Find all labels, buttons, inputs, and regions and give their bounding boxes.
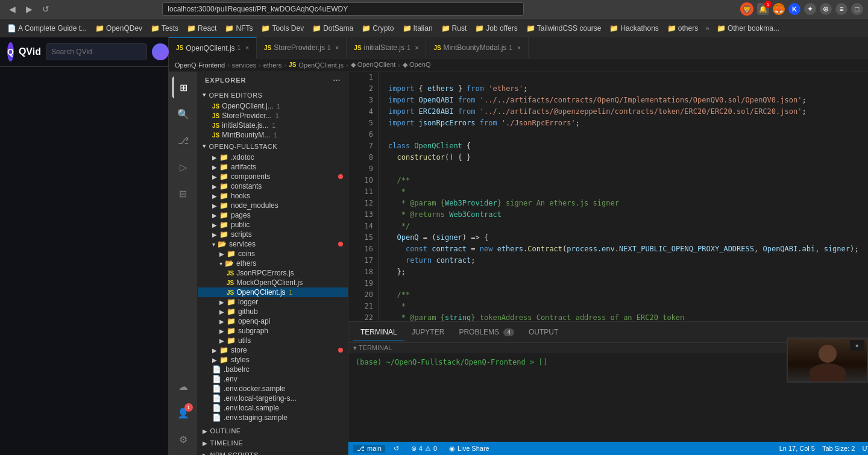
file-icon: 📄 bbox=[212, 384, 221, 393]
code-editor[interactable]: 1234567891011121314151617181920212223242… bbox=[348, 72, 868, 321]
git-icon[interactable]: ⎇ bbox=[172, 130, 194, 151]
project-section[interactable]: ▾ OPENQ-FULLSTACK bbox=[198, 140, 348, 152]
tab-terminal[interactable]: TERMINAL bbox=[353, 324, 404, 340]
bookmark-toolsdev[interactable]: 📁 Tools Dev bbox=[257, 23, 307, 34]
explorer-icon[interactable]: ⊞ bbox=[172, 77, 194, 98]
list-item[interactable]: ▶ 📁 node_modules bbox=[198, 201, 348, 210]
qvid-logo: Q bbox=[7, 42, 14, 61]
tab-close-icon[interactable]: × bbox=[245, 45, 249, 51]
list-item[interactable]: ▶ 📁 store bbox=[198, 345, 348, 355]
bookmark-rust[interactable]: 📁 Rust bbox=[438, 23, 471, 34]
error-count: 4 bbox=[419, 445, 423, 452]
list-item[interactable]: ▶ 📁 coins bbox=[198, 249, 348, 259]
bookmark-react[interactable]: 📁 React bbox=[183, 23, 220, 34]
list-item[interactable]: ▶ 📁 logger bbox=[198, 297, 348, 307]
open-file-item[interactable]: JS initialState.js... 1 bbox=[198, 121, 348, 130]
debug-icon[interactable]: ▷ bbox=[172, 156, 194, 178]
chevron-down-icon: ▾ bbox=[219, 260, 222, 267]
folder-icon: 📂 bbox=[218, 240, 227, 248]
tab-close-icon[interactable]: × bbox=[517, 45, 521, 51]
breadcrumb-ethers: ethers bbox=[263, 61, 282, 69]
tab-problems[interactable]: PROBLEMS 4 bbox=[451, 324, 521, 340]
list-item[interactable]: ▶ 📁 public bbox=[198, 220, 348, 230]
tab-close-icon[interactable]: × bbox=[415, 45, 419, 51]
list-item[interactable]: 📄 .env.docker.sample bbox=[198, 384, 348, 394]
bookmark-other-bookmarks[interactable]: 📁 Other bookma... bbox=[713, 23, 783, 34]
list-item[interactable]: ▶ 📁 constants bbox=[198, 181, 348, 191]
nav-back-button[interactable]: ◀ bbox=[5, 2, 19, 16]
live-share-status[interactable]: ◉ Live Share bbox=[445, 445, 493, 453]
list-item[interactable]: 📄 .env.staging.sample bbox=[198, 413, 348, 422]
accounts-icon[interactable]: 👤 1 bbox=[172, 402, 194, 424]
remote-icon[interactable]: ☁ bbox=[172, 375, 194, 397]
tab-openqclient[interactable]: JS OpenQClient.js 1 × bbox=[169, 37, 257, 58]
tab-size[interactable]: Tab Size: 2 bbox=[819, 445, 858, 452]
folder-icon: 📁 bbox=[219, 172, 228, 181]
bookmark-hackathons[interactable]: 📁 Hackathons bbox=[606, 23, 662, 34]
bookmark-dotsama[interactable]: 📁 DotSama bbox=[309, 23, 357, 34]
bookmark-tailwind[interactable]: 📁 TailwindCSS course bbox=[523, 23, 605, 34]
sync-status[interactable]: ↺ bbox=[390, 445, 403, 453]
list-item[interactable]: 📄 .babelrc bbox=[198, 365, 348, 374]
folder-icon: 📁 bbox=[227, 336, 236, 345]
list-item-active[interactable]: JS OpenQClient.js 1 bbox=[198, 287, 348, 297]
js-file-icon: JS bbox=[227, 270, 234, 277]
list-item[interactable]: JS JsonRPCErrors.js bbox=[198, 268, 348, 278]
search-input[interactable] bbox=[46, 43, 147, 60]
tab-storeprovider[interactable]: JS StoreProvider.js 1 × bbox=[257, 37, 347, 58]
bookmarks-overflow[interactable]: » bbox=[705, 24, 709, 33]
list-item[interactable]: ▶ 📁 components bbox=[198, 172, 348, 181]
nav-reload-button[interactable]: ↺ bbox=[39, 2, 53, 16]
bookmark-italian[interactable]: 📁 Italian bbox=[399, 23, 436, 34]
git-branch-status[interactable]: ⎇ main bbox=[353, 445, 385, 453]
tab-jupyter[interactable]: JUPYTER bbox=[404, 324, 452, 340]
nav-forward-button[interactable]: ▶ bbox=[22, 2, 36, 16]
list-item[interactable]: ▾ 📂 services bbox=[198, 239, 348, 249]
list-item[interactable]: ▶ 📁 artifacts bbox=[198, 162, 348, 172]
list-item[interactable]: ▾ 📂 ethers bbox=[198, 259, 348, 268]
list-item[interactable]: ▶ 📁 utils bbox=[198, 336, 348, 345]
list-item[interactable]: ▶ 📁 openq-api bbox=[198, 316, 348, 326]
bookmark-openqdev[interactable]: 📁 OpenQDev bbox=[92, 23, 146, 34]
timeline-section[interactable]: ▶ TIMELINE bbox=[198, 437, 348, 449]
bookmark-nfts[interactable]: 📁 NFTs bbox=[221, 23, 256, 34]
npm-scripts-section[interactable]: ▶ NPM SCRIPTS bbox=[198, 449, 348, 455]
open-file-item[interactable]: JS OpenQClient.j... 1 bbox=[198, 101, 348, 111]
tab-output[interactable]: OUTPUT bbox=[521, 324, 565, 340]
bookmark-others[interactable]: 📁 others bbox=[664, 23, 702, 34]
list-item[interactable]: JS MockOpenQClient.js bbox=[198, 278, 348, 287]
list-item[interactable]: 📄 .env.local.sample bbox=[198, 403, 348, 413]
settings-icon[interactable]: ⚙ bbox=[172, 428, 194, 450]
list-item[interactable]: ▶ 📁 pages bbox=[198, 210, 348, 220]
extensions-icon[interactable]: ⊟ bbox=[172, 183, 194, 204]
tab-mintbounty[interactable]: JS MintBountyModal.js 1 × bbox=[426, 37, 528, 58]
address-bar[interactable] bbox=[162, 2, 524, 16]
list-item[interactable]: ▶ 📁 styles bbox=[198, 355, 348, 365]
tab-initialstate[interactable]: JS initialState.js 1 × bbox=[347, 37, 426, 58]
encoding[interactable]: UTF-8 bbox=[858, 445, 868, 452]
bookmark-tests[interactable]: 📁 Tests bbox=[147, 23, 182, 34]
tab-close-icon[interactable]: × bbox=[336, 45, 339, 51]
editor-tabs-bar: JS OpenQClient.js 1 × JS StoreProvider.j… bbox=[169, 37, 868, 58]
chevron-right-icon: ▶ bbox=[219, 328, 224, 334]
file-num: 1 bbox=[272, 122, 276, 129]
search-icon[interactable]: 🔍 bbox=[172, 103, 194, 125]
explorer-more-icon[interactable]: ··· bbox=[333, 77, 341, 84]
list-item[interactable]: 📄 .env.local-targeting-s... bbox=[198, 394, 348, 403]
open-file-item[interactable]: JS MintBountyM... 1 bbox=[198, 130, 348, 140]
open-editors-section[interactable]: ▾ OPEN EDITORS bbox=[198, 89, 348, 101]
outline-section[interactable]: ▶ OUTLINE bbox=[198, 425, 348, 437]
list-item[interactable]: 📄 .env bbox=[198, 374, 348, 384]
errors-status[interactable]: ⊗ 4 ⚠ 0 bbox=[407, 445, 441, 453]
bookmark-crypto[interactable]: 📁 Crypto bbox=[358, 23, 397, 34]
open-file-item[interactable]: JS StoreProvider... 1 bbox=[198, 111, 348, 121]
bookmark-joboffers[interactable]: 📁 Job offers bbox=[471, 23, 521, 34]
list-item[interactable]: ▶ 📁 hooks bbox=[198, 191, 348, 201]
list-item[interactable]: ▶ 📁 github bbox=[198, 307, 348, 316]
list-item[interactable]: ▶ 📁 subgraph bbox=[198, 326, 348, 336]
file-label: MintBountyM... bbox=[222, 131, 270, 139]
bookmark-guide[interactable]: 📄 A Complete Guide t... bbox=[4, 23, 90, 34]
list-item[interactable]: ▶ 📁 .xdotoc bbox=[198, 152, 348, 162]
cursor-position[interactable]: Ln 17, Col 5 bbox=[776, 445, 819, 452]
list-item[interactable]: ▶ 📁 scripts bbox=[198, 230, 348, 239]
